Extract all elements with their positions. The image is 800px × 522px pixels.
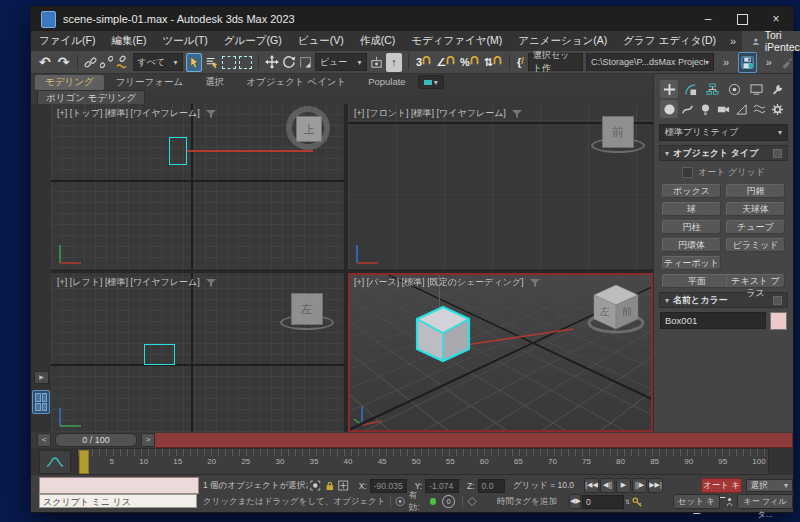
- save-file-button[interactable]: [738, 52, 757, 73]
- ribbon-display-toggle[interactable]: ▾: [418, 75, 444, 89]
- named-selection-set-field[interactable]: 選択セット作: [528, 53, 583, 71]
- menu-item[interactable]: ツール(T): [154, 34, 215, 48]
- play-button[interactable]: ▶: [616, 478, 631, 493]
- viewcube-face[interactable]: 前: [602, 116, 634, 148]
- redo-icon[interactable]: ↷: [56, 55, 72, 69]
- toolbar-overflow-chevron[interactable]: »: [717, 56, 735, 68]
- subtab-space-warps[interactable]: [751, 100, 769, 118]
- menu-item[interactable]: グループ(G): [216, 34, 290, 48]
- selected-box-top-view[interactable]: [169, 137, 187, 165]
- selection-lock-icon[interactable]: [325, 480, 335, 492]
- use-pivot-center-icon[interactable]: [370, 55, 383, 70]
- minimize-button[interactable]: –: [691, 7, 725, 31]
- subtab-systems[interactable]: [769, 100, 787, 118]
- maxscript-mini-listener[interactable]: スクリプト ミニ リス: [39, 494, 197, 508]
- account-button[interactable]: Tori iPentec ▾: [742, 31, 800, 51]
- autogrid-checkbox[interactable]: [682, 167, 693, 178]
- select-and-rotate-icon[interactable]: [282, 54, 296, 70]
- subtab-geometry[interactable]: [660, 100, 678, 118]
- snap-toggle-3d-icon[interactable]: 3: [415, 56, 432, 68]
- isolate-selection-icon[interactable]: [310, 479, 321, 492]
- window-crossing-toggle-icon[interactable]: [239, 56, 252, 69]
- menu-item[interactable]: 作成(C): [352, 34, 404, 48]
- ribbon-tab[interactable]: 選択: [195, 75, 234, 90]
- object-type-button[interactable]: 球: [662, 202, 721, 216]
- go-to-end-button[interactable]: ▶▶|: [648, 478, 663, 493]
- object-type-button[interactable]: 天球体: [726, 202, 785, 216]
- toolbar-overflow-chevron-2[interactable]: »: [760, 56, 778, 68]
- selection-filter-dropdown-bottom[interactable]: 選択 ▾: [746, 479, 793, 492]
- selection-filter-dropdown[interactable]: すべて ▾: [133, 53, 183, 71]
- mini-curve-editor-button[interactable]: [39, 450, 71, 474]
- viewport-filter-icon[interactable]: [512, 110, 522, 118]
- object-type-button[interactable]: 平面: [662, 274, 732, 288]
- next-key-button[interactable]: ||▶: [632, 478, 647, 493]
- object-type-button[interactable]: 円錐: [726, 184, 785, 198]
- rollout-pin-icon[interactable]: [773, 149, 782, 158]
- viewport-filter-icon[interactable]: [206, 110, 216, 118]
- auto-key-button[interactable]: オート キー: [701, 478, 742, 493]
- select-and-link-icon[interactable]: [84, 55, 97, 70]
- viewcube-top[interactable]: 上: [286, 106, 332, 152]
- set-key-filters-icon[interactable]: [724, 496, 735, 508]
- menu-item[interactable]: モディファイヤ(M): [403, 34, 510, 48]
- viewcube-face[interactable]: 上: [296, 116, 322, 142]
- absolute-offset-mode-icon[interactable]: [338, 479, 349, 492]
- object-name-field[interactable]: Box001: [660, 312, 766, 329]
- render-setup-icon[interactable]: [781, 55, 793, 69]
- subtab-lights[interactable]: [696, 100, 714, 118]
- viewport-front[interactable]: [+] [フロント] [標準] [ワイヤフレーム] 前: [348, 104, 653, 269]
- selected-box-left-view[interactable]: [144, 344, 175, 365]
- close-button[interactable]: ×: [759, 7, 793, 31]
- tab-modify[interactable]: [682, 80, 700, 98]
- key-filters-button[interactable]: キー フィルタ...: [737, 494, 793, 509]
- viewport-left[interactable]: [+] [レフト] [標準] [ワイヤフレーム] 左: [51, 273, 344, 432]
- current-frame-field[interactable]: 0: [582, 495, 624, 509]
- macro-recorder-field[interactable]: [39, 477, 199, 494]
- reference-coordinate-dropdown[interactable]: ビュー ▾: [315, 53, 367, 71]
- edit-named-selection-sets-icon[interactable]: {/: [516, 56, 525, 68]
- name-color-rollout[interactable]: ▾ 名前とカラー: [659, 292, 788, 308]
- viewcube-left[interactable]: 左: [280, 289, 332, 329]
- ribbon-tab[interactable]: フリーフォーム: [106, 75, 194, 90]
- select-by-name-icon[interactable]: [205, 55, 219, 69]
- viewport-front-label[interactable]: [+] [フロント] [標準] [ワイヤフレーム]: [354, 107, 506, 120]
- frame-indicator[interactable]: 0 / 100: [55, 433, 137, 447]
- rectangular-selection-region-icon[interactable]: [222, 56, 235, 69]
- viewcube-face[interactable]: 左: [291, 293, 323, 325]
- viewport-perspective-label[interactable]: [+] [パース] [標準] [既定のシェーディング]: [354, 276, 524, 289]
- bind-to-space-warp-icon[interactable]: [116, 55, 129, 70]
- viewport-left-label[interactable]: [+] [レフト] [標準] [ワイヤフレーム]: [57, 276, 200, 289]
- add-time-tag[interactable]: 時間タグを追加: [497, 496, 557, 508]
- maximize-button[interactable]: [725, 7, 759, 31]
- next-frame-button[interactable]: >: [141, 433, 155, 447]
- z-coordinate-field[interactable]: 0.0: [478, 479, 505, 493]
- polygon-modeling-panel-tab[interactable]: ポリゴン モデリング: [37, 90, 145, 104]
- unlink-icon[interactable]: [100, 55, 113, 70]
- angle-snap-icon[interactable]: ∠: [435, 56, 456, 69]
- menu-item[interactable]: ビュー(V): [290, 34, 352, 48]
- previous-key-button[interactable]: ◀||: [600, 478, 615, 493]
- scene-explorer-expand-button[interactable]: ▶: [34, 371, 49, 384]
- time-slider-handle[interactable]: [79, 450, 89, 474]
- viewport-top[interactable]: [+] [トップ] [標準] [ワイヤフレーム] 上: [51, 104, 344, 269]
- keyboard-shortcut-override-icon[interactable]: ↑: [386, 53, 403, 72]
- object-type-button[interactable]: チューブ: [726, 220, 785, 234]
- undo-icon[interactable]: ↶: [37, 55, 53, 69]
- x-coordinate-field[interactable]: -90.035: [370, 479, 407, 493]
- spinner-snap-icon[interactable]: ⇅: [483, 56, 503, 69]
- select-and-scale-icon[interactable]: [299, 55, 312, 70]
- go-to-start-button[interactable]: |◀◀: [584, 478, 599, 493]
- ribbon-tab[interactable]: オブジェクト ペイント: [236, 75, 356, 90]
- viewport-top-label[interactable]: [+] [トップ] [標準] [ワイヤフレーム]: [57, 107, 200, 120]
- menu-overflow-chevron[interactable]: »: [724, 35, 742, 47]
- tab-utilities[interactable]: [769, 80, 787, 98]
- y-coordinate-field[interactable]: -1.074: [425, 479, 459, 493]
- percent-snap-icon[interactable]: %: [459, 56, 480, 68]
- caddy-count-icon[interactable]: 0: [442, 495, 454, 508]
- ribbon-tab[interactable]: モデリング: [35, 75, 104, 90]
- subtab-shapes[interactable]: [678, 100, 696, 118]
- object-color-swatch[interactable]: [770, 312, 787, 330]
- object-type-button[interactable]: テキスト プラス: [726, 274, 785, 288]
- select-and-move-icon[interactable]: [265, 54, 279, 70]
